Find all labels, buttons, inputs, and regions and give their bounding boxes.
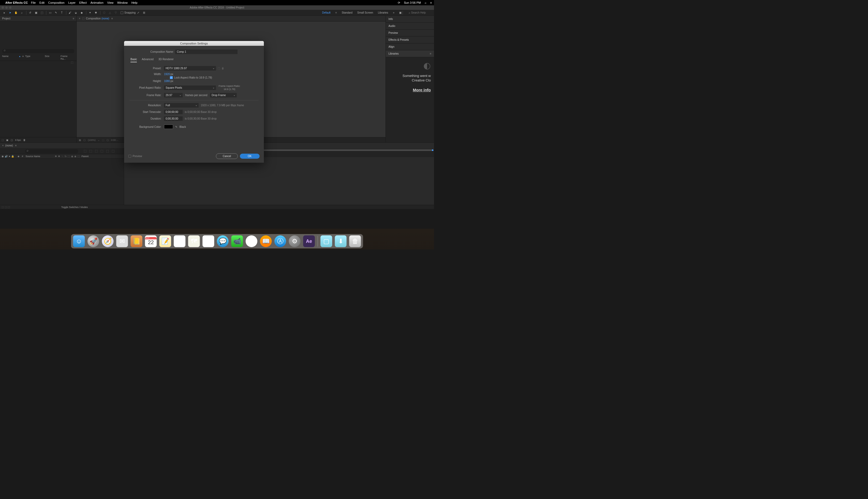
col-parent[interactable]: Parent: [82, 155, 89, 158]
rotate-tool-icon[interactable]: ↺: [27, 10, 33, 15]
menu-help[interactable]: Help: [131, 1, 137, 4]
menu-composition[interactable]: Composition: [48, 1, 64, 4]
traffic-lights[interactable]: [2, 7, 11, 9]
tl-3d-icon[interactable]: ⬚: [112, 149, 114, 153]
eraser-tool-icon[interactable]: ◆: [79, 10, 84, 15]
dock-reminders-icon[interactable]: ☰: [174, 235, 186, 247]
clone-tool-icon[interactable]: ⬙: [73, 10, 78, 15]
dock-aftereffects-icon[interactable]: Ae: [303, 235, 315, 247]
menubar-list-icon[interactable]: ≡: [430, 1, 432, 4]
dock-notes-icon[interactable]: 📝: [159, 235, 171, 247]
height-value[interactable]: 1080: [164, 80, 170, 83]
dropframe-select[interactable]: Drop Frame: [210, 93, 237, 97]
menubar-clock[interactable]: Sun 3:56 PM: [404, 1, 421, 4]
dock-applications-folder-icon[interactable]: ▢: [321, 235, 332, 247]
col-name[interactable]: Name: [2, 55, 13, 60]
dock-syspref-icon[interactable]: ⚙: [289, 235, 301, 247]
col-type[interactable]: Type: [25, 55, 30, 60]
dock-facetime-icon[interactable]: 📹: [231, 235, 243, 247]
local-axis-icon[interactable]: ⬡: [101, 10, 107, 15]
menubar-extra-icon[interactable]: ⟳: [398, 1, 400, 4]
ok-button[interactable]: OK: [240, 154, 260, 159]
dock-calendar-icon[interactable]: OCT 22: [145, 235, 157, 247]
res-icon[interactable]: ▢: [83, 139, 86, 142]
eye-col-icon[interactable]: ◉: [2, 155, 4, 158]
help-search-input[interactable]: [411, 11, 432, 14]
tl-graph-icon[interactable]: ⬚: [100, 149, 103, 153]
comp-name-input[interactable]: [175, 50, 237, 54]
workspace-overflow-icon[interactable]: »: [393, 11, 395, 14]
panel-menu-icon[interactable]: ≡: [73, 17, 74, 20]
tl-shy-icon[interactable]: ⬚: [84, 149, 87, 153]
dock-mail-icon[interactable]: ✉: [117, 235, 128, 247]
dock-ibooks-icon[interactable]: 📖: [260, 235, 272, 247]
panel-audio[interactable]: Audio: [386, 23, 434, 29]
framerate-select[interactable]: 29.97: [164, 93, 183, 97]
col-size[interactable]: Size: [45, 55, 50, 60]
project-items-area[interactable]: [0, 65, 76, 137]
dock-messages-icon[interactable]: 💬: [217, 235, 229, 247]
snapping-checkbox[interactable]: [121, 11, 123, 14]
dock-itunes-icon[interactable]: ♪: [246, 235, 257, 247]
zoom-tool-icon[interactable]: ⌕: [19, 10, 24, 15]
panel-effects-presets[interactable]: Effects & Presets: [386, 36, 434, 44]
tl-fx-icon[interactable]: ⬚: [106, 149, 109, 153]
flowchart-view-icon[interactable]: ⬚: [71, 61, 73, 65]
cancel-button[interactable]: Cancel: [216, 154, 237, 159]
col-label-icon[interactable]: ◈: [22, 55, 24, 60]
tl-blend-icon[interactable]: ⬚: [89, 149, 92, 153]
duration-input[interactable]: [164, 117, 183, 121]
tab-advanced[interactable]: Advanced: [142, 58, 154, 62]
solo-col-icon[interactable]: ●: [9, 155, 10, 158]
comp-menu-icon[interactable]: ≡: [111, 17, 113, 20]
eyedropper-icon[interactable]: ✎: [175, 125, 177, 128]
help-search[interactable]: ⌕: [409, 11, 432, 14]
panel-preview[interactable]: Preview: [386, 29, 434, 36]
menu-effect[interactable]: Effect: [80, 1, 87, 4]
tab-basic[interactable]: Basic: [131, 58, 137, 62]
new-comp-icon[interactable]: ▣: [6, 139, 9, 142]
brush-tool-icon[interactable]: 🖌: [68, 10, 73, 15]
app-name[interactable]: After Effects CC: [5, 1, 28, 4]
workspace-libraries[interactable]: Libraries: [378, 11, 388, 14]
delete-preset-icon[interactable]: 🗑: [221, 67, 224, 70]
col-source-name[interactable]: Source Name: [26, 155, 55, 158]
tl-blur-icon[interactable]: ⬚: [95, 149, 98, 153]
workspace-drawer-icon[interactable]: ▣: [399, 11, 402, 14]
delete-icon[interactable]: 🗑: [23, 139, 26, 142]
zoom-label[interactable]: (100%): [88, 139, 96, 142]
puppet-tool-icon[interactable]: ✱: [93, 10, 98, 15]
label-col-icon[interactable]: ◈: [17, 155, 20, 158]
panel-info[interactable]: Info: [386, 16, 434, 23]
pan-behind-tool-icon[interactable]: ⬚: [39, 10, 45, 15]
snap-opt-icon[interactable]: ⤢: [135, 10, 141, 15]
comp-panel-tab[interactable]: × ⬚ Composition (none) ≡: [77, 16, 386, 22]
audio-col-icon[interactable]: 🔊: [5, 155, 8, 158]
bpc-label[interactable]: 8 bpc: [15, 139, 21, 142]
project-panel-tab[interactable]: Project ≡: [0, 16, 76, 22]
camera-tool-icon[interactable]: ▣: [33, 10, 39, 15]
timeline-menu-icon[interactable]: ≡: [15, 144, 17, 147]
close-icon[interactable]: ×: [2, 144, 4, 147]
col-number[interactable]: #: [22, 155, 26, 158]
menu-window[interactable]: Window: [117, 1, 127, 4]
view-axis-icon[interactable]: ▽: [113, 10, 119, 15]
dock-finder-icon[interactable]: ☺: [73, 235, 85, 247]
close-icon[interactable]: ×: [79, 17, 81, 20]
workspace-standard[interactable]: Standard: [342, 11, 353, 14]
panel-libraries[interactable]: Libraries ≡: [386, 50, 434, 57]
width-value[interactable]: 1920: [164, 73, 170, 76]
channel-icon[interactable]: ▢: [107, 139, 109, 142]
home-icon[interactable]: ▸: [2, 10, 7, 15]
toggle-switches-button[interactable]: Toggle Switches / Modes: [61, 206, 88, 208]
interpret-icon[interactable]: ⬚: [2, 139, 4, 142]
menu-view[interactable]: View: [107, 1, 114, 4]
dock-downloads-folder-icon[interactable]: ⬇: [335, 235, 347, 247]
col-framerate[interactable]: Frame Ra...: [61, 55, 68, 60]
tl-footer-icon[interactable]: ⬚ ⬚ ⬚: [2, 206, 10, 208]
res-dropdown-icon[interactable]: ⬚: [102, 139, 105, 142]
lock-icon[interactable]: ⬚: [82, 17, 84, 20]
grid-icon[interactable]: ▦: [79, 139, 81, 142]
dock-trash-icon[interactable]: 🗑: [349, 235, 361, 247]
text-tool-icon[interactable]: T: [59, 10, 64, 15]
